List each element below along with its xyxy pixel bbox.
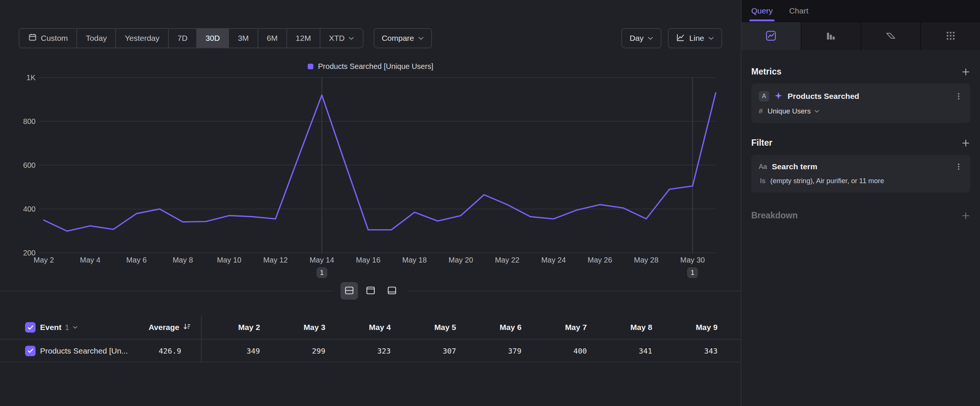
layout-chart-table-button[interactable]: [340, 282, 358, 299]
filter-value-selector[interactable]: Is (empty string), Air purifier, or 11 m…: [759, 177, 963, 185]
date-range-today-button[interactable]: Today: [76, 29, 115, 48]
date-column-headers: May 2May 3May 4May 5May 6May 7May 8May 9: [195, 316, 718, 339]
date-range-6m-button[interactable]: 6M: [258, 29, 286, 48]
breakdown-title: Breakdown: [751, 210, 798, 221]
breakdown-section-header: Breakdown: [751, 210, 970, 221]
calendar-icon: [28, 33, 37, 44]
annotation-badge[interactable]: 1: [317, 267, 327, 278]
select-all-checkbox[interactable]: [25, 322, 35, 333]
metric-name: Products Searched: [788, 92, 950, 101]
layout-header-icon: [366, 285, 376, 297]
chevron-down-icon: [814, 110, 819, 113]
text-property-icon: Aa: [759, 163, 767, 171]
annotation-badge[interactable]: 1: [687, 267, 698, 278]
date-column-header[interactable]: May 3: [260, 316, 326, 339]
svg-text:May 18: May 18: [402, 256, 427, 264]
table-row[interactable]: Products Searched [Un... 426.9 349299323…: [0, 339, 741, 363]
flows-icon: [885, 30, 897, 43]
date-range-7d-button[interactable]: 7D: [168, 29, 196, 48]
date-range-xtd-button[interactable]: XTD: [320, 29, 363, 48]
date-range-12m-button[interactable]: 12M: [286, 29, 320, 48]
sidebar-tabstrip: Query Chart: [741, 0, 980, 21]
value-cell: 379: [456, 340, 522, 362]
average-column-header[interactable]: Average: [105, 316, 191, 339]
insights-tab[interactable]: [741, 22, 801, 50]
date-column-header[interactable]: May 9: [652, 316, 718, 339]
apps-grid-icon: [945, 30, 956, 43]
date-range-3m-button[interactable]: 3M: [228, 29, 257, 48]
row-average-value: 426.9: [105, 340, 181, 362]
svg-text:May 24: May 24: [541, 256, 566, 264]
flows-tab[interactable]: [861, 22, 921, 50]
filter-property-name: Search term: [772, 162, 950, 171]
filter-value: (empty string), Air purifier, or 11 more: [770, 177, 884, 185]
value-cell: 323: [325, 340, 391, 362]
chevron-down-icon: [648, 37, 653, 40]
sort-icon[interactable]: [183, 322, 191, 332]
funnels-tab[interactable]: [801, 22, 861, 50]
tab-query[interactable]: Query: [751, 0, 773, 21]
date-range-yesterday-button[interactable]: Yesterday: [115, 29, 168, 48]
date-column-header[interactable]: May 4: [325, 316, 391, 339]
metric-card[interactable]: A Products Searched # Unique Users: [751, 84, 970, 123]
metrics-title: Metrics: [751, 67, 782, 77]
layout-chart-button[interactable]: [383, 282, 401, 299]
measure-label: Unique Users: [768, 107, 811, 115]
svg-text:May 26: May 26: [588, 256, 612, 264]
date-range-custom-button[interactable]: Custom: [19, 29, 76, 48]
add-metric-button[interactable]: [961, 67, 970, 76]
layout-table-button[interactable]: [362, 282, 380, 299]
date-column-header[interactable]: May 7: [522, 316, 587, 339]
number-type-icon: #: [759, 107, 763, 115]
row-checkbox[interactable]: [25, 346, 35, 356]
filter-title: Filter: [751, 138, 772, 148]
svg-text:May 4: May 4: [80, 256, 100, 264]
date-column-header[interactable]: May 5: [391, 316, 456, 339]
date-column-header[interactable]: May 2: [195, 316, 260, 339]
add-filter-button[interactable]: [961, 139, 970, 148]
svg-text:800: 800: [23, 117, 35, 126]
bars-icon: [825, 30, 837, 43]
svg-text:May 16: May 16: [356, 256, 381, 264]
svg-text:May 22: May 22: [495, 256, 520, 264]
measure-selector[interactable]: # Unique Users: [759, 107, 963, 115]
line-chart[interactable]: 1K800600400200May 2May 4May 6May 8May 10…: [0, 71, 741, 282]
more-reports-tab[interactable]: [920, 22, 980, 50]
chart-type-dropdown[interactable]: Line: [668, 28, 722, 48]
date-column-header[interactable]: May 6: [456, 316, 522, 339]
value-cell: 343: [652, 340, 718, 362]
svg-text:May 8: May 8: [173, 256, 193, 264]
svg-text:May 12: May 12: [263, 256, 288, 264]
chevron-down-icon: [73, 326, 78, 329]
layout-footer-icon: [387, 285, 397, 297]
insights-icon: [765, 30, 777, 43]
svg-text:May 10: May 10: [217, 256, 242, 264]
svg-text:1K: 1K: [27, 73, 36, 82]
metrics-section-header: Metrics: [751, 67, 970, 77]
series-letter-badge: A: [759, 91, 769, 102]
add-breakdown-button[interactable]: [961, 211, 970, 220]
date-range-30d-button[interactable]: 30D: [196, 29, 229, 48]
main-panel: Custom Today Yesterday 7D 30D 3M 6M 12M …: [0, 0, 741, 406]
value-cell: 307: [391, 340, 456, 362]
kebab-menu-icon[interactable]: [955, 162, 963, 171]
svg-text:May 14: May 14: [310, 256, 334, 264]
table-header-row: Event 1 Average May 2May 3May 4May 5May …: [0, 316, 741, 339]
filter-card[interactable]: Aa Search term Is (empty string), Air pu…: [751, 155, 970, 193]
chart-legend: Products Searched [Unique Users]: [0, 62, 741, 71]
event-column-header[interactable]: Event 1: [40, 316, 78, 339]
report-type-tabs: [741, 21, 980, 50]
toolbar: Custom Today Yesterday 7D 30D 3M 6M 12M …: [19, 28, 722, 48]
date-column-header[interactable]: May 8: [587, 316, 652, 339]
svg-text:May 2: May 2: [34, 256, 54, 264]
filter-section-header: Filter: [751, 138, 970, 148]
svg-text:May 20: May 20: [449, 256, 473, 264]
granularity-dropdown[interactable]: Day: [621, 28, 662, 48]
tab-chart[interactable]: Chart: [789, 0, 808, 21]
kebab-menu-icon[interactable]: [955, 92, 963, 100]
line-chart-icon: [676, 33, 685, 44]
compare-button[interactable]: Compare: [374, 28, 432, 48]
filter-operator: Is: [760, 177, 765, 185]
chart-canvas: 1K800600400200May 2May 4May 6May 8May 10…: [0, 71, 741, 282]
value-cell: 349: [195, 340, 260, 362]
